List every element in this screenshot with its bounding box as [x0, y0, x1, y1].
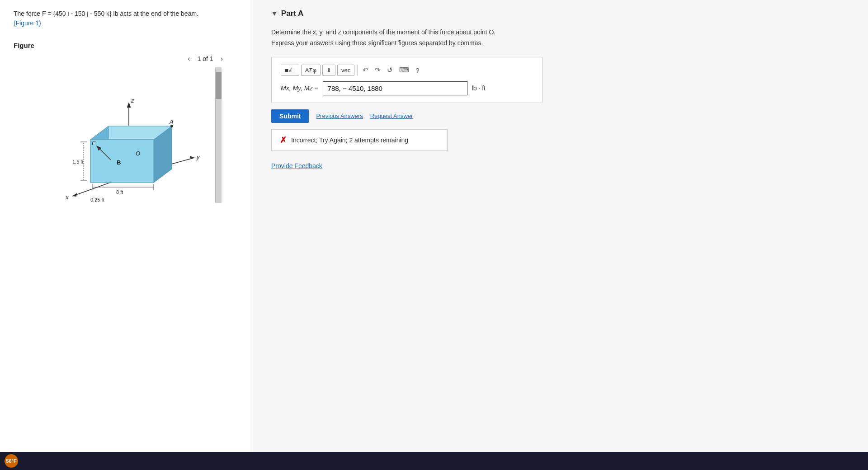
incorrect-icon: ✗: [280, 135, 287, 145]
toolbar-separator: [357, 65, 358, 75]
figure-container: z y x: [32, 67, 222, 203]
previous-answers-button[interactable]: Previous Answers: [316, 113, 363, 119]
figure-page: 1 of 1: [198, 55, 213, 62]
help-button[interactable]: ?: [413, 66, 421, 75]
temperature-badge: 56°F: [5, 454, 18, 468]
figure-label: Figure: [14, 42, 239, 49]
point-B-label: B: [117, 159, 121, 166]
problem-statement: Determine the x, y, and z components of …: [271, 27, 850, 49]
input-row: Mx, My, Mz = lb · ft: [281, 81, 533, 95]
formula-button[interactable]: ■√□: [281, 65, 299, 76]
answer-input[interactable]: [323, 81, 467, 95]
svg-point-10: [170, 125, 173, 127]
problem-description: The force F = {450 i - 150 j - 550 k} lb…: [14, 9, 239, 28]
submit-button[interactable]: Submit: [271, 109, 309, 123]
formula-icon: ■√□: [285, 67, 295, 74]
z-axis-label: z: [131, 97, 134, 104]
point-A-label: A: [169, 118, 174, 125]
y-axis-label: y: [196, 154, 200, 160]
arrow-icon: ⇕: [326, 67, 331, 74]
next-figure-button[interactable]: ›: [218, 54, 226, 64]
svg-marker-9: [90, 140, 154, 183]
provide-feedback-button[interactable]: Provide Feedback: [271, 162, 322, 169]
left-panel: The force F = {450 i - 150 j - 550 k} lb…: [0, 0, 253, 452]
request-answer-button[interactable]: Request Answer: [370, 113, 413, 119]
arrow-button[interactable]: ⇕: [322, 65, 335, 76]
point-O-label: O: [136, 150, 140, 157]
redo-button[interactable]: ↷: [373, 65, 383, 75]
vec-button[interactable]: vec: [337, 65, 354, 76]
toolbar: ■√□ AΣφ ⇕ vec ↶ ↷ ↺ ⌨ ?: [281, 65, 533, 76]
scrollbar-thumb[interactable]: [216, 72, 222, 99]
refresh-button[interactable]: ↺: [385, 65, 395, 75]
part-label: Part A: [281, 9, 303, 18]
unit-label: lb · ft: [472, 85, 486, 92]
dim-2-label: 8 ft: [116, 189, 123, 195]
submit-row: Submit Previous Answers Request Answer: [271, 109, 850, 123]
incorrect-box: ✗ Incorrect; Try Again; 2 attempts remai…: [271, 129, 448, 151]
answer-box: ■√□ AΣφ ⇕ vec ↶ ↷ ↺ ⌨ ? Mx,: [271, 57, 542, 103]
symbol-button[interactable]: AΣφ: [301, 65, 321, 76]
x-axis-label: x: [65, 194, 69, 201]
question-line2: Express your answers using three signifi…: [271, 39, 483, 47]
right-panel: ▼ Part A Determine the x, y, and z compo…: [253, 0, 868, 452]
figure-link[interactable]: (Figure 1): [14, 19, 41, 27]
symbol-icon: AΣφ: [305, 67, 316, 74]
beam-figure-svg: z y x: [32, 67, 222, 203]
figure-area: ‹ 1 of 1 › z y x: [14, 54, 239, 443]
question-line1: Determine the x, y, and z components of …: [271, 28, 495, 36]
collapse-arrow-icon[interactable]: ▼: [271, 10, 278, 17]
force-F-label: F: [92, 140, 96, 146]
svg-marker-4: [72, 193, 77, 197]
part-header: ▼ Part A: [271, 9, 850, 18]
figure-nav: ‹ 1 of 1 ›: [185, 54, 239, 64]
input-label: Mx, My, Mz =: [281, 85, 318, 92]
incorrect-text: Incorrect; Try Again; 2 attempts remaini…: [291, 136, 408, 144]
prev-figure-button[interactable]: ‹: [185, 54, 193, 64]
keyboard-button[interactable]: ⌨: [397, 65, 411, 75]
dim-3-label: 0.25 ft: [90, 197, 104, 202]
vec-icon: vec: [341, 67, 350, 74]
main-content: The force F = {450 i - 150 j - 550 k} lb…: [0, 0, 868, 452]
taskbar: 56°F: [0, 452, 868, 470]
figure-scrollbar[interactable]: [215, 67, 222, 203]
dim-1-label: 1.5 ft: [72, 159, 83, 164]
undo-button[interactable]: ↶: [360, 65, 371, 75]
force-description: The force F = {450 i - 150 j - 550 k} lb…: [14, 10, 198, 17]
